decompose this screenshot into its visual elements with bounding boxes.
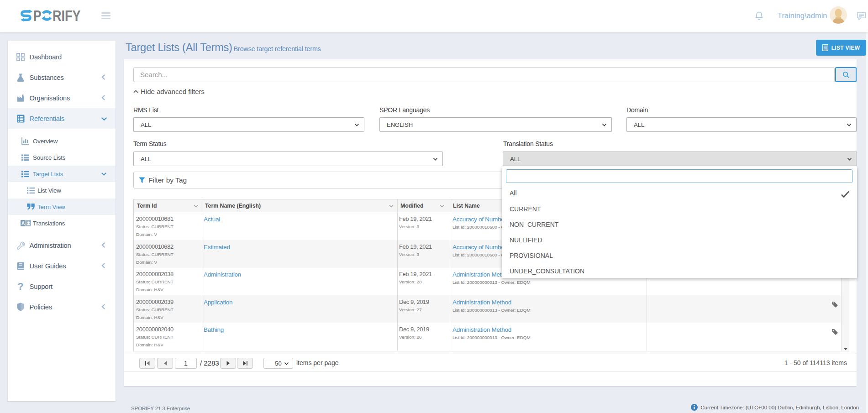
svg-text:RIFY: RIFY — [53, 9, 81, 22]
svg-text:A: A — [21, 221, 25, 226]
svg-text:P: P — [33, 9, 42, 22]
